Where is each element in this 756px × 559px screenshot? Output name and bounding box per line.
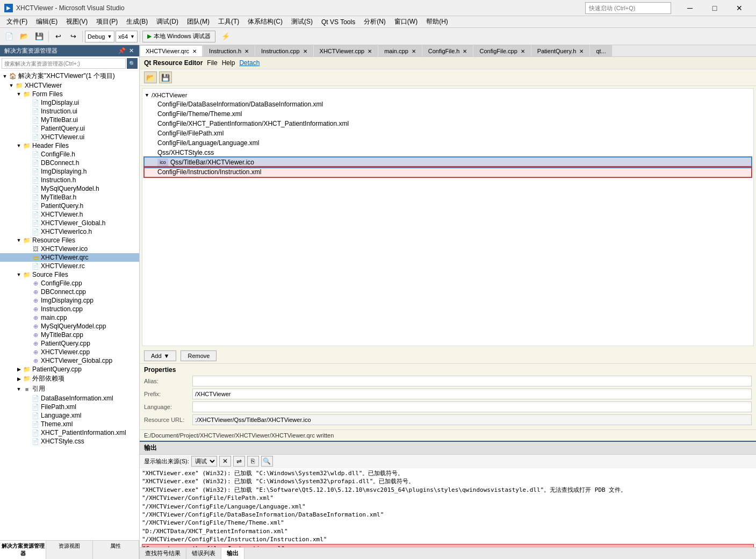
qrc-remove-button[interactable]: Remove [181,350,217,361]
qrc-file-instruction-xml[interactable]: ConfigFile/Instruction/Instruction.xml [145,167,751,177]
tab-instruction-cpp[interactable]: Instruction.cpp ✕ [255,45,313,56]
tab-main-cpp-close[interactable]: ✕ [412,48,416,54]
tree-solution[interactable]: ▼ 🏠 解决方案"XHCTViewer"(1 个项目) [0,71,139,81]
new-project-button[interactable]: 📄 [2,30,16,44]
maximize-button[interactable]: □ [702,0,727,16]
menu-item-生成(B)[interactable]: 生成(B) [122,16,152,27]
tab-configfile-cpp[interactable]: ConfigFile.cpp ✕ [473,45,530,56]
qrc-menu-file[interactable]: File [207,59,217,67]
tree-main-cpp[interactable]: ⊕ main.cpp [0,313,139,322]
tree-header-files[interactable]: ▼ 📁 Header Files [0,141,139,150]
close-button[interactable]: ✕ [727,0,752,16]
tree-instruction-ui[interactable]: 📄 Instruction.ui [0,107,139,116]
tree-references[interactable]: ▼ ■ 引用 [0,384,139,394]
output-find-button[interactable]: 🔍 [261,456,273,467]
menu-item-测试(S)[interactable]: 测试(S) [287,16,317,27]
bottom-tab-output[interactable]: 输出 [221,548,244,559]
tree-mysqlquerymodel-h[interactable]: 📄 MySqlQueryModel.h [0,184,139,193]
tree-translation-files[interactable]: ▶ 📁 PatientQuery.cpp [0,365,139,374]
form-files-arrow[interactable]: ▼ [15,91,23,97]
tab-patientquery-h[interactable]: PatientQuery.h ✕ [531,45,590,56]
tab-configfile-h-close[interactable]: ✕ [463,48,467,54]
minimize-button[interactable]: ─ [678,0,702,16]
tree-language-xml[interactable]: 📄 Language.xml [0,411,139,420]
output-wrap-button[interactable]: ⇌ [233,456,245,467]
redo-button[interactable]: ↪ [66,30,80,44]
tab-instruction-h-close[interactable]: ✕ [244,48,249,54]
menu-item-文件(F)[interactable]: 文件(F) [2,16,32,27]
qrc-save-button[interactable]: 💾 [159,71,172,83]
output-copy-button[interactable]: ⎘ [247,456,259,467]
tab-xhctviewer-qrc[interactable]: XHCTViewer.qrc ✕ [140,45,203,57]
tree-dbconnect-h[interactable]: 📄 DBConnect.h [0,159,139,167]
tree-instruction-cpp[interactable]: ⊕ Instruction.cpp [0,305,139,313]
qrc-file-xhct-patient[interactable]: ConfigFile/XHCT_PatientInformation/XHCT_… [145,119,751,128]
xhctviewer-arrow[interactable]: ▼ [8,83,15,88]
qrc-prefix-arrow[interactable]: ▼ [145,92,149,98]
tree-imgdisplaying-h[interactable]: 📄 ImgDisplaying.h [0,167,139,176]
tree-xhctviewer-rc[interactable]: 📄 XHCTViewer.rc [0,262,139,270]
references-arrow[interactable]: ▼ [15,386,23,392]
menu-item-窗口(W)[interactable]: 窗口(W) [390,16,422,27]
menu-item-帮助(H)[interactable]: 帮助(H) [422,16,452,27]
sidebar-pin-button[interactable]: 📌 [117,47,127,54]
tree-xhctstyle-css[interactable]: 📄 XHCTStyle.css [0,437,139,446]
tab-xhctviewer-cpp[interactable]: XHCTViewer.cpp ✕ [314,45,378,56]
qrc-menu-help[interactable]: Help [222,59,235,67]
tree-xhctviewer-ui[interactable]: 📄 XHCTViewer.ui [0,133,139,141]
menu-item-体系结构(C)[interactable]: 体系结构(C) [243,16,287,27]
tree-mysqlquerymodel-cpp[interactable]: ⊕ MySqlQueryModel.cpp [0,322,139,331]
tree-xhctviewer-h[interactable]: 📄 XHCTViewer.h [0,210,139,219]
tree-mytitlebar-ui[interactable]: 📄 MyTitleBar.ui [0,116,139,124]
tab-configfile-h[interactable]: ConfigFile.h ✕ [422,45,473,56]
menu-item-Qt VS Tools[interactable]: Qt VS Tools [317,17,359,27]
tree-xhctviewer-global-h[interactable]: 📄 XHCTViewer_Global.h [0,219,139,227]
qrc-file-language[interactable]: ConfigFile/Language/Language.xml [145,138,751,148]
tree-mytitlebar-cpp[interactable]: ⊕ MyTitleBar.cpp [0,331,139,339]
menu-item-分析(N)[interactable]: 分析(N) [359,16,390,27]
menu-item-工具(T)[interactable]: 工具(T) [214,16,243,27]
platform-dropdown[interactable]: x64 ▼ [116,31,138,42]
tab-main-cpp[interactable]: main.cpp ✕ [378,45,422,56]
tree-patientquery-h[interactable]: 📄 PatientQuery.h [0,202,139,210]
tree-source-files[interactable]: ▼ 📁 Source Files [0,270,139,279]
extra-toolbar-btn[interactable]: ⚡ [219,30,233,44]
tree-patientquery-ui[interactable]: 📄 PatientQuery.ui [0,124,139,133]
menu-item-项目(P)[interactable]: 项目(P) [92,16,122,27]
qrc-file-ico[interactable]: ico Qss/TitleBar/XHCTViewer.ico [145,157,751,167]
tree-xhctviewer-ico[interactable]: 🖼 XHCTViewer.ico [0,245,139,253]
tree-xhctviewerico-h[interactable]: 📄 XHCTViewerIco.h [0,227,139,236]
tree-form-files[interactable]: ▼ 📁 Form Files [0,90,139,98]
tab-more[interactable]: qt... [590,45,611,56]
sidebar-tab-properties[interactable]: 属性 [93,541,139,559]
qrc-file-filepath[interactable]: ConfigFile/FilePath.xml [145,128,751,138]
prop-prefix-input[interactable] [192,389,752,399]
tree-theme-xml[interactable]: 📄 Theme.xml [0,420,139,428]
tree-dbconnect-cpp[interactable]: ⊕ DBConnect.cpp [0,288,139,296]
menu-item-调试(D)[interactable]: 调试(D) [152,16,183,27]
qrc-add-button[interactable]: Add ▼ [144,350,176,361]
output-source-select[interactable]: 调试 [191,456,217,467]
solution-arrow[interactable]: ▼ [1,74,9,79]
tab-patientquery-h-close[interactable]: ✕ [579,48,584,54]
sidebar-search-icon[interactable]: 🔍 [127,58,138,69]
open-button[interactable]: 📂 [17,30,31,44]
qrc-file-theme[interactable]: ConfigFile/Theme/Theme.xml [145,109,751,119]
tree-filepath-xml[interactable]: 📄 FilePath.xml [0,403,139,411]
tree-external-deps[interactable]: ▶ 📁 外部依赖项 [0,374,139,384]
menu-item-团队(M)[interactable]: 团队(M) [183,16,214,27]
tree-xhctviewer-qrc[interactable]: 🗃 XHCTViewer.qrc [0,253,139,262]
output-clear-button[interactable]: ✕ [219,456,231,467]
save-button[interactable]: 💾 [32,30,46,44]
menu-item-编辑(E)[interactable]: 编辑(E) [32,16,62,27]
bottom-tab-find[interactable]: 查找符号结果 [140,548,186,559]
run-button[interactable]: ▶ 本地 Windows 调试器 [142,31,215,42]
qrc-open-button[interactable]: 📂 [144,71,157,83]
debug-mode-dropdown[interactable]: Debug ▼ [85,31,114,42]
tab-instruction-h[interactable]: Instruction.h ✕ [203,45,255,56]
sidebar-tab-resource[interactable]: 资源视图 [46,541,92,559]
quick-launch-input[interactable] [585,2,671,14]
bottom-tab-errors[interactable]: 错误列表 [186,548,221,559]
tree-configfile-h[interactable]: 📄 ConfigFile.h [0,150,139,159]
tree-xhctviewer-global-cpp[interactable]: ⊕ XHCTViewer_Global.cpp [0,356,139,365]
